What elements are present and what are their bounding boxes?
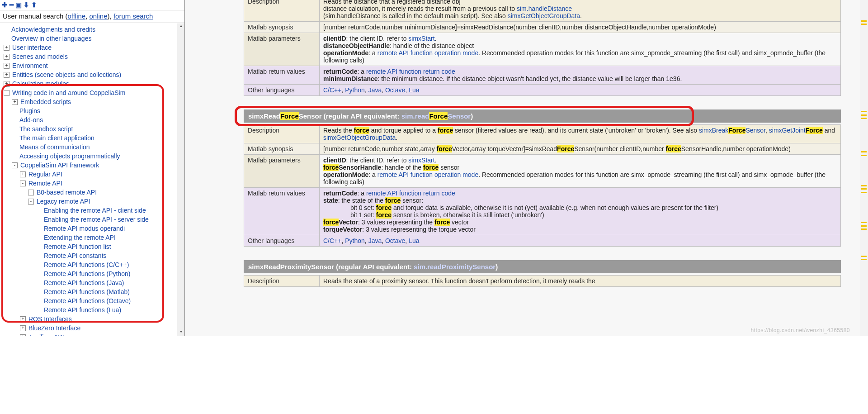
- forum-search-link[interactable]: forum search: [113, 12, 153, 20]
- tree-item-label[interactable]: CoppeliaSim API framework: [20, 161, 99, 170]
- expand-icon[interactable]: +: [4, 45, 9, 51]
- tree-item[interactable]: +Calculation modules: [1, 79, 184, 88]
- tree-item-label[interactable]: The sandbox script: [19, 124, 73, 133]
- tree-item[interactable]: Remote API functions (Octave): [1, 296, 184, 305]
- tree-item[interactable]: Remote API constants: [1, 251, 184, 260]
- tree-item-label[interactable]: Extending the remote API: [44, 233, 116, 242]
- lang-link[interactable]: Octave: [385, 237, 405, 244]
- lang-link[interactable]: Lua: [409, 237, 419, 244]
- tree-item[interactable]: +BlueZero Interface: [1, 324, 184, 333]
- expand-icon[interactable]: +: [28, 190, 34, 195]
- tree-item[interactable]: -Remote API: [1, 179, 184, 188]
- tree-item-label[interactable]: Writing code in and around CoppeliaSim: [12, 88, 125, 97]
- link-handle-distance[interactable]: sim.handleDistance: [517, 5, 572, 12]
- lang-link[interactable]: Python: [345, 86, 365, 94]
- tree-item-label[interactable]: Add-ons: [19, 115, 43, 124]
- expand-icon[interactable]: +: [20, 316, 26, 322]
- expand-icon[interactable]: +: [20, 325, 26, 331]
- tree-item-label[interactable]: Remote API: [28, 179, 62, 188]
- tree-item-label[interactable]: Remote API modus operandi: [44, 224, 125, 233]
- tree-item[interactable]: Means of communication: [1, 143, 184, 152]
- tree-item-label[interactable]: Remote API functions (Lua): [44, 305, 121, 314]
- tree-item[interactable]: +B0-based remote API: [1, 188, 184, 197]
- tree-item-label[interactable]: User interface: [12, 43, 52, 52]
- tree-item[interactable]: Remote API functions (Python): [1, 269, 184, 278]
- tree-item[interactable]: +ROS Interfaces: [1, 314, 184, 324]
- tree-item[interactable]: The main client application: [1, 133, 184, 143]
- tree-item-label[interactable]: Calculation modules: [12, 79, 69, 88]
- link-simxstart[interactable]: simxStart: [408, 157, 434, 164]
- tree-item[interactable]: Remote API functions (Lua): [1, 305, 184, 314]
- expand-icon[interactable]: +: [4, 72, 9, 78]
- tree-item[interactable]: +User interface: [1, 43, 184, 52]
- tree-item-label[interactable]: Enabling the remote API - server side: [44, 215, 149, 224]
- tree-item-label[interactable]: Environment: [12, 61, 48, 70]
- tree-item[interactable]: Remote API modus operandi: [1, 224, 184, 233]
- expand-icon[interactable]: +: [20, 334, 26, 337]
- collapse-icon[interactable]: ▣: [15, 1, 22, 9]
- minimap-scrollbar[interactable]: [860, 0, 868, 336]
- expand-icon[interactable]: +: [4, 54, 9, 60]
- collapse-icon[interactable]: -: [12, 162, 18, 168]
- lang-link[interactable]: Java: [368, 86, 382, 94]
- scroll-up-icon[interactable]: ▴: [177, 23, 184, 30]
- tree-item[interactable]: Plugins: [1, 106, 184, 115]
- tree-item-label[interactable]: Remote API functions (Matlab): [44, 287, 130, 296]
- tree-item-label[interactable]: Means of communication: [19, 143, 90, 152]
- collapse-icon[interactable]: -: [4, 90, 9, 96]
- nav-tree-scroll[interactable]: Acknowledgments and creditsOverview in o…: [0, 23, 184, 336]
- down-icon[interactable]: ⬇: [24, 1, 29, 9]
- tree-item-label[interactable]: Plugins: [19, 106, 40, 115]
- search-offline-link[interactable]: offline: [67, 12, 85, 20]
- tree-item[interactable]: Enabling the remote API - client side: [1, 206, 184, 215]
- tree-item[interactable]: Acknowledgments and credits: [1, 25, 184, 34]
- tree-item-label[interactable]: Remote API functions (Python): [44, 269, 130, 278]
- tree-item[interactable]: The sandbox script: [1, 124, 184, 133]
- tree-item-label[interactable]: BlueZero Interface: [28, 324, 80, 333]
- lang-link[interactable]: C/C++: [323, 237, 341, 244]
- scroll-down-icon[interactable]: ▾: [177, 329, 184, 336]
- link-get-object-group-data[interactable]: simxGetObjectGroupData: [323, 134, 396, 141]
- link-get-object-group-data[interactable]: simxGetObjectGroupData: [508, 12, 580, 19]
- expand-icon[interactable]: +: [20, 171, 26, 177]
- tree-item-label[interactable]: ROS Interfaces: [28, 314, 72, 324]
- add-icon[interactable]: ✚: [2, 1, 8, 9]
- tree-item-label[interactable]: Accessing objects programmatically: [19, 152, 120, 161]
- tree-item[interactable]: Extending the remote API: [1, 233, 184, 242]
- link-simxstart[interactable]: simxStart: [408, 35, 434, 42]
- expand-icon[interactable]: +: [12, 99, 18, 105]
- link-return-code[interactable]: remote API function return code: [366, 68, 455, 75]
- tree-item-label[interactable]: B0-based remote API: [37, 188, 97, 197]
- link-return-code[interactable]: remote API function return code: [366, 190, 455, 197]
- link-get-joint-force[interactable]: simxGetJointForce: [769, 127, 823, 134]
- link-op-mode[interactable]: remote API function operation mode: [377, 49, 478, 57]
- lang-link[interactable]: Python: [345, 237, 365, 244]
- tree-item[interactable]: Remote API functions (Matlab): [1, 287, 184, 296]
- tree-item[interactable]: +Entities (scene objects and collections…: [1, 70, 184, 79]
- remove-icon[interactable]: ━: [9, 1, 14, 9]
- tree-item-label[interactable]: Overview in other languages: [11, 34, 91, 43]
- tree-item[interactable]: Remote API function list: [1, 242, 184, 251]
- tree-item-label[interactable]: Remote API function list: [44, 242, 111, 251]
- tree-item-label[interactable]: Remote API constants: [44, 251, 107, 260]
- lang-link[interactable]: C/C++: [323, 86, 341, 94]
- tree-item[interactable]: Add-ons: [1, 115, 184, 124]
- tree-item[interactable]: Remote API functions (Java): [1, 278, 184, 287]
- tree-item-label[interactable]: Scenes and models: [12, 52, 68, 61]
- tree-item-label[interactable]: Remote API functions (Java): [44, 278, 124, 287]
- collapse-icon[interactable]: -: [28, 199, 34, 205]
- tree-item[interactable]: Overview in other languages: [1, 34, 184, 43]
- link-sim-readproximitysensor[interactable]: sim.readProximitySensor: [414, 263, 495, 271]
- collapse-icon[interactable]: -: [20, 181, 26, 186]
- link-sim-readforcesensor[interactable]: sim.readForceSensor: [401, 112, 471, 120]
- tree-item[interactable]: Accessing objects programmatically: [1, 152, 184, 161]
- scrollbar-vertical[interactable]: ▴ ▾: [177, 23, 184, 336]
- link-op-mode[interactable]: remote API function operation mode: [377, 171, 478, 178]
- tree-item[interactable]: +Embedded scripts: [1, 97, 184, 106]
- lang-link[interactable]: Java: [368, 237, 382, 244]
- tree-item[interactable]: -Writing code in and around CoppeliaSim: [1, 88, 184, 97]
- up-icon[interactable]: ⬆: [31, 1, 37, 9]
- expand-icon[interactable]: +: [4, 63, 9, 69]
- tree-item-label[interactable]: Legacy remote API: [37, 197, 90, 206]
- tree-item-label[interactable]: Entities (scene objects and collections): [12, 70, 121, 79]
